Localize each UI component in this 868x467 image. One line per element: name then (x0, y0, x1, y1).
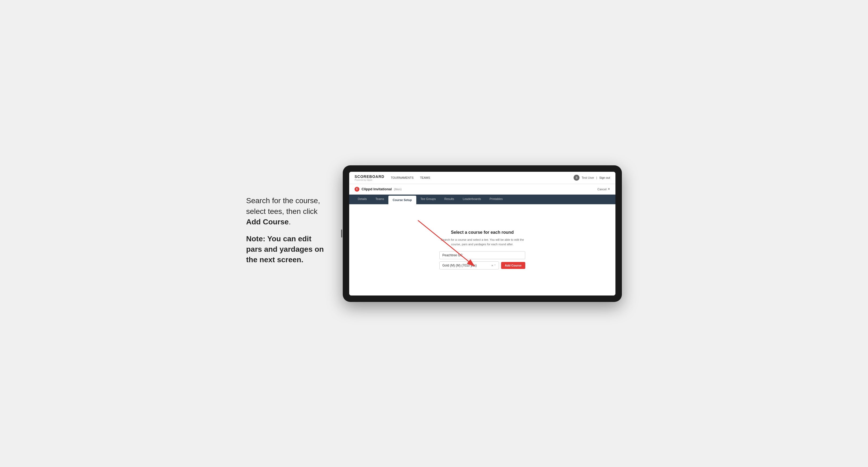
tee-select-controls: ✕ ⌃ (491, 264, 496, 267)
page-wrapper: Search for the course, select tees, then… (246, 165, 622, 302)
course-setup-heading: Select a course for each round (439, 230, 525, 235)
tab-leaderboards[interactable]: Leaderboards (458, 195, 485, 204)
logo-subtitle: Powered by clippd (354, 179, 384, 181)
tablet-device: SCOREBOARD Powered by clippd TOURNAMENTS… (343, 165, 622, 302)
tablet-screen: SCOREBOARD Powered by clippd TOURNAMENTS… (349, 172, 615, 295)
chevron-icon[interactable]: ⌃ (494, 264, 496, 267)
tournament-badge: (Men) (394, 188, 402, 191)
nav-separator: | (596, 176, 597, 179)
nav-right: B Test User | Sign out (574, 175, 610, 181)
cancel-button[interactable]: Cancel ✕ (597, 187, 610, 191)
tab-results[interactable]: Results (440, 195, 458, 204)
tab-course-setup[interactable]: Course Setup (389, 196, 416, 204)
tab-printables[interactable]: Printables (485, 195, 507, 204)
clear-icon[interactable]: ✕ (491, 264, 493, 267)
tab-bar: Details Teams Course Setup Tee Groups Re… (349, 195, 615, 204)
main-content: Select a course for each round Search fo… (349, 204, 615, 295)
course-setup-card: Select a course for each round Search fo… (439, 230, 525, 270)
annotation-note: Note: You can edit pars and yardages on … (246, 234, 327, 265)
annotation-section: Search for the course, select tees, then… (246, 195, 327, 271)
add-course-button[interactable]: Add Course (501, 262, 525, 269)
tab-tee-groups[interactable]: Tee Groups (416, 195, 440, 204)
tab-teams[interactable]: Teams (371, 195, 389, 204)
nav-teams-link[interactable]: TEAMS (420, 176, 430, 179)
tee-select[interactable]: Gold (M) (M) (7010 yds) ✕ ⌃ (439, 261, 499, 270)
annotation-line1: Search for the course, select tees, then… (246, 195, 327, 227)
user-label: Test User (582, 176, 594, 179)
user-avatar: B (574, 175, 580, 181)
nav-tournaments-link[interactable]: TOURNAMENTS (391, 176, 413, 179)
course-search-input[interactable] (439, 251, 525, 259)
tournament-name: Clippd Invitational (362, 187, 392, 191)
cancel-label: Cancel (597, 188, 607, 191)
nav-links: TOURNAMENTS TEAMS (391, 176, 430, 179)
tournament-title-area: C Clippd Invitational (Men) (354, 187, 402, 192)
course-setup-description: Search for a course and select a tee. Yo… (439, 238, 525, 246)
tournament-icon: C (354, 187, 360, 192)
tablet-button (341, 229, 342, 238)
nav-left: SCOREBOARD Powered by clippd TOURNAMENTS… (354, 175, 430, 181)
nav-bar: SCOREBOARD Powered by clippd TOURNAMENTS… (349, 172, 615, 184)
tee-value: Gold (M) (M) (7010 yds) (442, 263, 477, 267)
logo-title: SCOREBOARD (354, 175, 384, 179)
tab-details[interactable]: Details (353, 195, 371, 204)
signout-link[interactable]: Sign out (599, 176, 610, 179)
tournament-header: C Clippd Invitational (Men) Cancel ✕ (349, 184, 615, 195)
tee-row: Gold (M) (M) (7010 yds) ✕ ⌃ Add Course (439, 261, 525, 270)
nav-logo: SCOREBOARD Powered by clippd (354, 175, 384, 181)
cancel-icon: ✕ (608, 187, 610, 191)
